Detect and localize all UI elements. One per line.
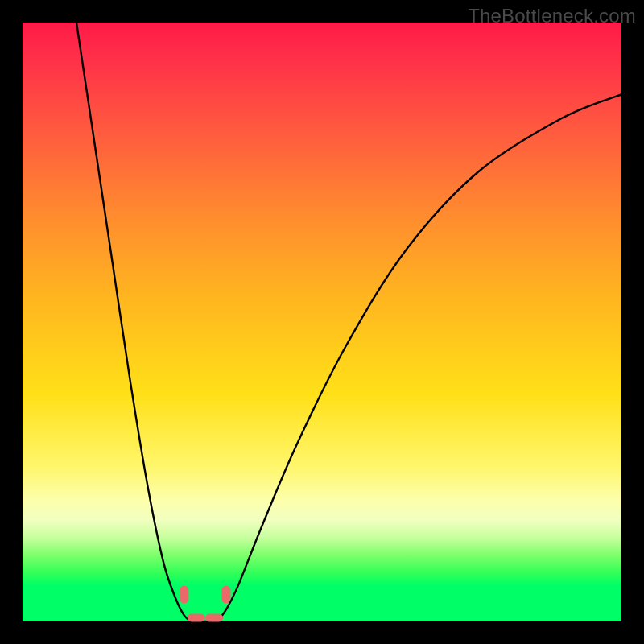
watermark-text: TheBottleneck.com <box>468 5 636 27</box>
plot-area <box>23 23 621 621</box>
marker-right-intersection <box>221 586 230 604</box>
markers-group <box>180 586 230 622</box>
marker-bottom-right <box>205 614 223 622</box>
marker-bottom-left <box>188 614 205 622</box>
curves-svg <box>23 23 621 621</box>
marker-left-intersection <box>180 586 188 604</box>
curve-left-branch <box>76 23 192 621</box>
chart-frame: TheBottleneck.com <box>0 0 644 644</box>
curve-right-branch <box>217 94 621 621</box>
